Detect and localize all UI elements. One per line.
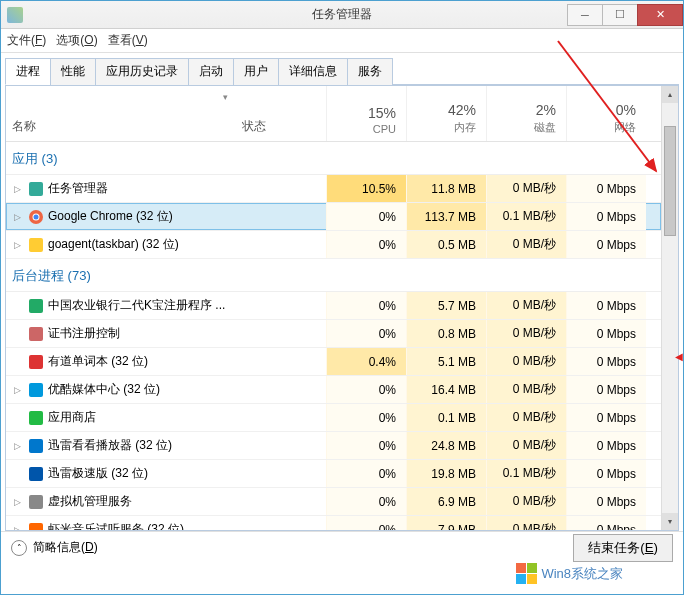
disk-value: 0.1 MB/秒 bbox=[486, 203, 566, 230]
scroll-thumb[interactable] bbox=[664, 126, 676, 236]
process-row[interactable]: ▷Google Chrome (32 位)0%113.7 MB0.1 MB/秒0… bbox=[6, 203, 661, 231]
expand-icon[interactable]: ▷ bbox=[14, 184, 24, 194]
menu-file[interactable]: 文件(F) bbox=[7, 32, 46, 49]
process-name: 优酷媒体中心 (32 位) bbox=[48, 381, 160, 398]
disk-value: 0 MB/秒 bbox=[486, 376, 566, 403]
process-row[interactable]: ▷迅雷看看播放器 (32 位)0%24.8 MB0 MB/秒0 Mbps bbox=[6, 432, 661, 460]
disk-value: 0 MB/秒 bbox=[486, 488, 566, 515]
brief-info-link[interactable]: 简略信息(D) bbox=[33, 539, 98, 556]
disk-value: 0 MB/秒 bbox=[486, 516, 566, 530]
net-value: 0 Mbps bbox=[566, 516, 646, 530]
tabs: 进程性能应用历史记录启动用户详细信息服务 bbox=[5, 57, 679, 85]
scroll-up-button[interactable]: ▴ bbox=[662, 86, 678, 103]
col-disk[interactable]: 2%磁盘 bbox=[486, 86, 566, 141]
menu-options[interactable]: 选项(O) bbox=[56, 32, 97, 49]
expand-icon[interactable]: ▷ bbox=[14, 441, 24, 451]
process-row[interactable]: ▷任务管理器10.5%11.8 MB0 MB/秒0 Mbps bbox=[6, 175, 661, 203]
cpu-value: 0% bbox=[326, 231, 406, 258]
process-row[interactable]: ▷应用商店0%0.1 MB0 MB/秒0 Mbps bbox=[6, 404, 661, 432]
process-name: 中国农业银行二代K宝注册程序 ... bbox=[48, 297, 225, 314]
cpu-value: 0% bbox=[326, 292, 406, 319]
mem-value: 0.1 MB bbox=[406, 404, 486, 431]
close-button[interactable]: ✕ bbox=[637, 4, 683, 26]
mem-value: 5.7 MB bbox=[406, 292, 486, 319]
tab-5[interactable]: 详细信息 bbox=[278, 58, 348, 85]
disk-value: 0 MB/秒 bbox=[486, 320, 566, 347]
process-row[interactable]: ▷虾米音乐试听服务 (32 位)0%7.9 MB0 MB/秒0 Mbps bbox=[6, 516, 661, 530]
process-name: 任务管理器 bbox=[48, 180, 108, 197]
cpu-value: 0% bbox=[326, 320, 406, 347]
menu-view[interactable]: 查看(V) bbox=[108, 32, 148, 49]
svg-rect-5 bbox=[29, 299, 43, 313]
minimize-button[interactable]: ─ bbox=[567, 4, 603, 26]
svg-rect-11 bbox=[29, 467, 43, 481]
expand-icon[interactable]: ▷ bbox=[14, 525, 24, 531]
expand-icon[interactable]: ▷ bbox=[14, 497, 24, 507]
process-row[interactable]: ▷证书注册控制0%0.8 MB0 MB/秒0 Mbps bbox=[6, 320, 661, 348]
mem-value: 7.9 MB bbox=[406, 516, 486, 530]
expand-icon[interactable]: ▷ bbox=[14, 212, 24, 222]
col-status[interactable]: 状态 bbox=[236, 86, 326, 141]
disk-value: 0 MB/秒 bbox=[486, 432, 566, 459]
tab-4[interactable]: 用户 bbox=[233, 58, 279, 85]
process-row[interactable]: ▷goagent(taskbar) (32 位)0%0.5 MB0 MB/秒0 … bbox=[6, 231, 661, 259]
mem-value: 113.7 MB bbox=[406, 203, 486, 230]
disk-value: 0.1 MB/秒 bbox=[486, 460, 566, 487]
net-value: 0 Mbps bbox=[566, 292, 646, 319]
window-buttons: ─ ☐ ✕ bbox=[568, 4, 683, 26]
process-row[interactable]: ▷虚拟机管理服务0%6.9 MB0 MB/秒0 Mbps bbox=[6, 488, 661, 516]
expand-icon[interactable]: ▷ bbox=[14, 385, 24, 395]
net-value: 0 Mbps bbox=[566, 376, 646, 403]
footer: ˄ 简略信息(D) 结束任务(E) bbox=[1, 531, 683, 563]
mem-value: 16.4 MB bbox=[406, 376, 486, 403]
svg-rect-9 bbox=[29, 411, 43, 425]
svg-rect-7 bbox=[29, 355, 43, 369]
disk-value: 0 MB/秒 bbox=[486, 231, 566, 258]
tab-1[interactable]: 性能 bbox=[50, 58, 96, 85]
red-marker-icon: ◀ bbox=[675, 351, 683, 362]
process-row[interactable]: ▷迅雷极速版 (32 位)0%19.8 MB0.1 MB/秒0 Mbps bbox=[6, 460, 661, 488]
col-memory[interactable]: 42%内存 bbox=[406, 86, 486, 141]
disk-value: 0 MB/秒 bbox=[486, 175, 566, 202]
cpu-value: 0% bbox=[326, 488, 406, 515]
process-icon bbox=[28, 410, 44, 426]
disk-value: 0 MB/秒 bbox=[486, 292, 566, 319]
tab-2[interactable]: 应用历史记录 bbox=[95, 58, 189, 85]
process-name: 虾米音乐试听服务 (32 位) bbox=[48, 521, 184, 530]
process-row[interactable]: ▷有道单词本 (32 位)0.4%5.1 MB0 MB/秒0 Mbps bbox=[6, 348, 661, 376]
mem-value: 24.8 MB bbox=[406, 432, 486, 459]
cpu-value: 0% bbox=[326, 460, 406, 487]
svg-rect-12 bbox=[29, 495, 43, 509]
expand-icon[interactable]: ▷ bbox=[14, 240, 24, 250]
net-value: 0 Mbps bbox=[566, 231, 646, 258]
col-cpu[interactable]: 15%CPU bbox=[326, 86, 406, 141]
collapse-icon[interactable]: ˄ bbox=[11, 540, 27, 556]
scroll-down-button[interactable]: ▾ bbox=[662, 513, 678, 530]
end-task-button[interactable]: 结束任务(E) bbox=[573, 534, 673, 562]
process-name: 迅雷看看播放器 (32 位) bbox=[48, 437, 172, 454]
process-row[interactable]: ▷优酷媒体中心 (32 位)0%16.4 MB0 MB/秒0 Mbps bbox=[6, 376, 661, 404]
tab-0[interactable]: 进程 bbox=[5, 58, 51, 85]
svg-point-3 bbox=[34, 214, 39, 219]
app-icon bbox=[7, 7, 23, 23]
tab-6[interactable]: 服务 bbox=[347, 58, 393, 85]
process-icon bbox=[28, 181, 44, 197]
windows-logo-icon bbox=[516, 563, 537, 584]
cpu-value: 0% bbox=[326, 404, 406, 431]
maximize-button[interactable]: ☐ bbox=[602, 4, 638, 26]
net-value: 0 Mbps bbox=[566, 175, 646, 202]
net-value: 0 Mbps bbox=[566, 488, 646, 515]
tab-3[interactable]: 启动 bbox=[188, 58, 234, 85]
svg-rect-6 bbox=[29, 327, 43, 341]
disk-value: 0 MB/秒 bbox=[486, 348, 566, 375]
scrollbar[interactable]: ▴ ▾ bbox=[661, 86, 678, 530]
process-name: 证书注册控制 bbox=[48, 325, 120, 342]
col-network[interactable]: 0%网络 bbox=[566, 86, 646, 141]
col-name[interactable]: 名称 ▾ bbox=[6, 86, 236, 141]
svg-rect-8 bbox=[29, 383, 43, 397]
cpu-value: 0% bbox=[326, 203, 406, 230]
net-value: 0 Mbps bbox=[566, 460, 646, 487]
process-row[interactable]: ▷中国农业银行二代K宝注册程序 ...0%5.7 MB0 MB/秒0 Mbps bbox=[6, 292, 661, 320]
process-icon bbox=[28, 466, 44, 482]
process-rows: 应用 (3)▷任务管理器10.5%11.8 MB0 MB/秒0 Mbps▷Goo… bbox=[6, 142, 661, 530]
